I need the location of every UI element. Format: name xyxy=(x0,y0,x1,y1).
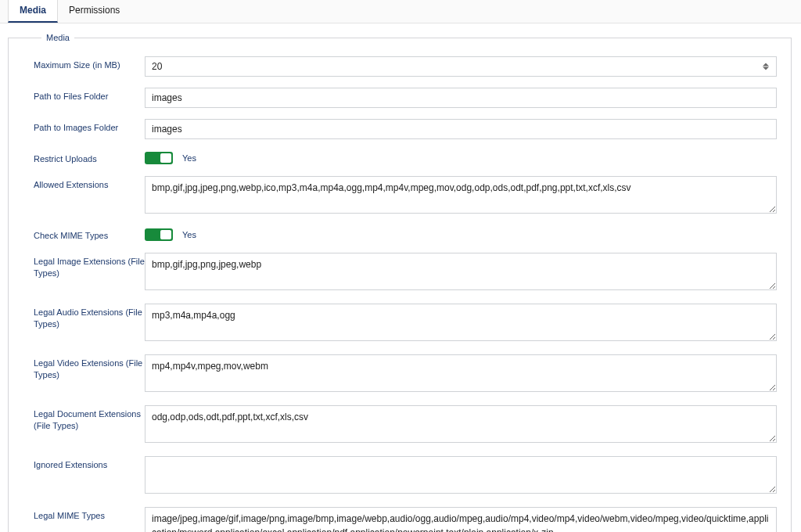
fieldset-legend: Media xyxy=(41,33,74,42)
restrict-uploads-state: Yes xyxy=(182,153,196,163)
restrict-uploads-toggle[interactable] xyxy=(145,152,173,164)
tab-media[interactable]: Media xyxy=(8,0,58,23)
max-size-input[interactable] xyxy=(145,56,777,77)
legal-image-textarea[interactable] xyxy=(145,253,777,290)
legal-document-textarea[interactable] xyxy=(145,405,777,443)
ignored-extensions-textarea[interactable] xyxy=(145,456,777,494)
files-folder-input[interactable] xyxy=(145,88,777,108)
chevron-up-icon[interactable] xyxy=(763,63,769,66)
images-folder-input[interactable] xyxy=(145,119,777,139)
label-ignored-extensions: Ignored Extensions xyxy=(20,456,145,471)
label-legal-mime: Legal MIME Types xyxy=(20,507,145,522)
check-mime-toggle[interactable] xyxy=(145,228,173,241)
label-allowed-extensions: Allowed Extensions xyxy=(20,176,145,191)
label-check-mime: Check MIME Types xyxy=(20,227,145,242)
label-max-size: Maximum Size (in MB) xyxy=(20,56,145,71)
chevron-down-icon[interactable] xyxy=(763,67,769,70)
tab-bar: Media Permissions xyxy=(0,0,801,23)
label-files-folder: Path to Files Folder xyxy=(20,88,145,102)
check-mime-state: Yes xyxy=(182,230,196,239)
label-images-folder: Path to Images Folder xyxy=(20,119,145,134)
label-legal-doc: Legal Document Extensions (File Types) xyxy=(20,405,145,432)
media-fieldset: Media Maximum Size (in MB) Path to Files… xyxy=(8,33,792,532)
number-stepper-icon[interactable] xyxy=(763,63,772,70)
label-legal-audio: Legal Audio Extensions (File Types) xyxy=(20,304,145,330)
label-restrict-uploads: Restrict Uploads xyxy=(20,150,145,165)
tab-permissions[interactable]: Permissions xyxy=(58,0,131,23)
allowed-extensions-textarea[interactable] xyxy=(145,176,777,214)
legal-mime-textarea[interactable] xyxy=(145,507,777,532)
label-legal-video: Legal Video Extensions (File Types) xyxy=(20,354,145,381)
label-legal-image: Legal Image Extensions (File Types) xyxy=(20,253,145,279)
legal-video-textarea[interactable] xyxy=(145,354,777,392)
legal-audio-textarea[interactable] xyxy=(145,304,777,341)
